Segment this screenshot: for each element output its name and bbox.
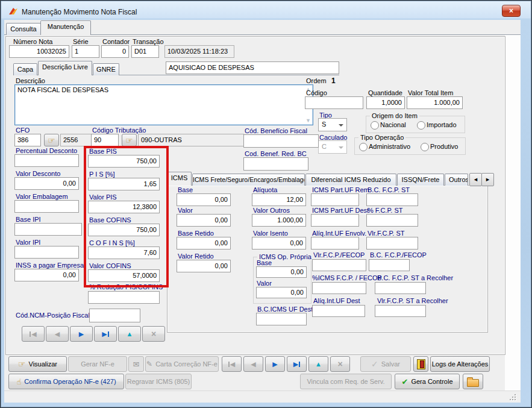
reducao-pis-cofins-field[interactable] [88,291,160,304]
bc-icms-uf-dest-field[interactable] [256,313,307,325]
icms-base-field[interactable]: 0,00 [177,193,231,206]
gera-controle-button[interactable]: ✔ Gera Controle [395,374,460,389]
vlr-fcp-fecop-field[interactable] [312,259,366,271]
ncm-field[interactable] [89,309,140,322]
toolbar-nav-first-button[interactable]: ◀ [222,356,242,372]
tab-icms[interactable]: ICMS [167,172,192,186]
nav-last-button[interactable]: ▶ [94,326,117,342]
serie-field[interactable]: 1 [72,45,99,58]
radio-importado[interactable] [417,121,425,130]
icms-part-uf-dest-field[interactable] [311,214,359,227]
cofins-pct-field[interactable]: 7,60 [88,246,160,259]
logs-alteracoes-button[interactable]: Logs de Alterações [430,356,490,372]
operacao-descricao-field[interactable]: AQUISICAO DE DESPESAS [166,61,339,74]
tributacao-lookup-button[interactable]: ☞ [122,134,137,146]
salvar-button[interactable]: ✓ Salvar [360,356,411,372]
pct-fcp-st-field[interactable] [366,214,418,227]
tab-diferencial-icms[interactable]: Diferencial ICMS Reduzido [305,174,396,186]
radio-produtivo-label[interactable]: Produtivo [430,143,458,150]
regravar-icms-button[interactable]: Regravar ICMS (805) [125,374,192,389]
nav-first-button[interactable]: ◀ [22,326,45,342]
toolbar-nav-next-button[interactable]: ▶ [265,356,285,372]
tab-capa[interactable]: Capa [13,63,37,75]
icms-base-retido-field[interactable]: 0,00 [177,237,231,250]
contador-field[interactable]: 0 [101,45,129,58]
toolbar-nav-top-button[interactable]: ▲ [308,356,328,372]
tab-gnre[interactable]: GNRE [93,63,119,75]
bc-fcp-st-recolher-field[interactable] [375,282,426,294]
carta-correcao-button[interactable]: ✎ Carta Correção NF-e [145,356,219,372]
vlr-fcp-st-field[interactable] [366,237,418,250]
tab-descricao-livre[interactable]: Descrição Livre [38,61,92,75]
benef-red-bc-field[interactable] [243,157,308,171]
vincula-req-serv-button[interactable]: Vincula com Req. de Serv. [300,374,392,389]
codigo-field[interactable] [305,96,363,109]
valor-cofins-field[interactable]: 57,0000 [88,269,160,282]
close-button[interactable]: × [502,5,521,17]
nav-cancel-button[interactable]: × [142,326,165,342]
pis-pct-field[interactable]: 1,65 [88,178,160,190]
base-ipi-field[interactable] [14,223,82,236]
pct-icms-fcp-fecop-field[interactable] [312,282,366,294]
resize-grip[interactable] [510,394,516,400]
nav-prior-button[interactable]: ◀ [46,326,69,342]
numero-nota-field[interactable]: 10032025 [9,45,69,58]
tab-scroll-right-button[interactable]: ▸ [481,173,494,186]
vlr-fcp-st-recolher-field[interactable] [375,305,426,317]
codigo-tributacao-field[interactable]: 90 [91,134,119,146]
descricao-memo[interactable]: NOTA FISCAL DE DESPESAS ▲ ▼ [14,84,313,125]
base-pis-field[interactable]: 750,00 [88,155,160,168]
radio-administrativo[interactable] [359,143,368,151]
transacao-field[interactable]: D01 [131,45,159,58]
icms-valor-field[interactable]: 0,00 [177,214,231,227]
abrir-pasta-button[interactable] [463,374,483,389]
icms-valor-isento-field[interactable]: 0,00 [252,237,306,250]
icms-valor-outros-field[interactable]: 1.000,00 [252,214,306,227]
radio-administrativo-label[interactable]: Administrativo [369,143,410,150]
radio-produtivo[interactable] [421,143,429,151]
sair-button[interactable] [413,356,428,372]
valor-embalagem-field[interactable] [14,200,79,213]
tab-icms-frete[interactable]: ICMS Frete/Seguro/Encargos/Embalagem [192,174,305,186]
valor-pis-field[interactable]: 12,3800 [88,201,160,213]
tab-consulta[interactable]: Consulta [6,23,41,35]
tab-manutencao[interactable]: Manutenção [40,20,91,35]
quantidade-field[interactable]: 1,0000 [366,96,405,109]
nav-top-button[interactable]: ▲ [118,326,141,342]
toolbar-nav-last-button[interactable]: ▶ [287,356,307,372]
valor-ipi-field[interactable] [14,246,79,259]
cfo-field[interactable]: 386 [14,134,41,146]
icms-valor-retido-field[interactable]: 0,00 [177,260,231,272]
tab-outros[interactable]: Outros [445,174,468,186]
enviar-email-button[interactable]: ✉ [128,356,144,372]
valor-desconto-field[interactable]: 0,00 [14,177,79,190]
tab-issqn-frete[interactable]: ISSQN/Frete [397,174,444,186]
icms-aliquota-label: Alíquota [253,186,277,193]
valor-total-item-field[interactable]: 1.000,00 [407,96,463,109]
bc-fcp-st-field[interactable] [366,193,418,206]
icms-part-uf-rem-field[interactable] [311,193,359,206]
inss-empresa-field[interactable]: 0,00 [14,269,79,281]
radio-nacional-label[interactable]: Nacional [380,121,406,128]
visualizar-button[interactable]: ☞ Visualizar [8,356,67,372]
nav-next-button[interactable]: ▶ [70,326,93,342]
radio-importado-label[interactable]: Importado [427,121,457,128]
scroll-down-icon[interactable]: ▼ [305,118,311,124]
confirma-operacao-button[interactable]: ☝ Confirma Operação NF-e (427) [8,374,124,389]
cfo-lookup-button[interactable]: ☞ [44,134,59,146]
beneficio-fiscal-field[interactable] [243,134,319,148]
aliq-int-uf-envolv-field[interactable] [311,237,359,250]
gerar-nfe-button[interactable]: Gerar NF-e [68,356,127,372]
percentual-desconto-field[interactable] [14,154,79,167]
tab-scroll-left-button[interactable]: ◂ [469,173,482,186]
toolbar-nav-cancel-button[interactable]: × [330,356,350,372]
op-propria-valor-field[interactable]: 0,00 [256,287,307,298]
bc-fcp-fecop-field[interactable] [369,259,410,271]
op-propria-base-field[interactable]: 0,00 [256,266,307,278]
base-cofins-field[interactable]: 750,00 [88,224,160,236]
toolbar-nav-prior-button[interactable]: ◀ [243,356,263,372]
icms-aliquota-field[interactable]: 12,00 [252,193,306,206]
aliq-int-uf-dest-field[interactable] [312,305,365,317]
tipo-combo[interactable]: S [318,118,347,131]
radio-nacional[interactable] [371,121,379,130]
